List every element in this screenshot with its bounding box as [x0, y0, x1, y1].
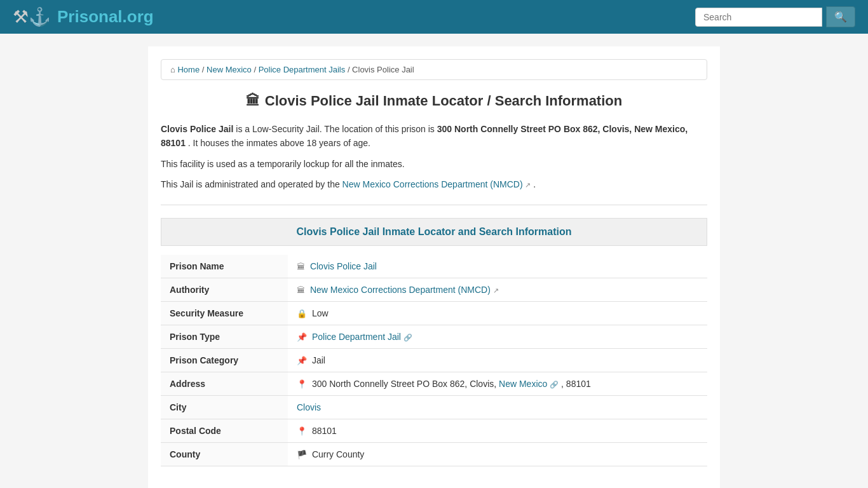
address-state-link[interactable]: New Mexico — [499, 379, 547, 389]
desc-1-pre: is a Low-Security Jail. The location of … — [236, 124, 437, 134]
table-row: Prison Name 🏛 Clovis Police Jail — [161, 255, 707, 278]
breadcrumb-sep-1: / — [202, 65, 207, 74]
search-input[interactable] — [695, 8, 822, 27]
breadcrumb-new-mexico[interactable]: New Mexico — [207, 65, 252, 74]
security-value: Low — [312, 308, 329, 318]
address-post: , 88101 — [561, 379, 591, 389]
authority-link[interactable]: New Mexico Corrections Department (NMCD) — [310, 285, 491, 295]
logo-org: .org — [123, 7, 154, 26]
desc-paragraph-2: This facility is used as a temporarily l… — [161, 157, 707, 171]
label-authority: Authority — [161, 278, 288, 301]
header: ⚒⚓ Prisonal.org 🔍 — [0, 0, 868, 34]
type-icon: 📌 — [297, 332, 307, 342]
page-title: 🏛 Clovis Police Jail Inmate Locator / Se… — [161, 93, 707, 109]
title-icon: 🏛 — [246, 93, 260, 109]
logo-area: ⚒⚓ Prisonal.org — [13, 6, 154, 27]
logo-icon: ⚒⚓ — [13, 6, 51, 27]
table-row: City Clovis — [161, 395, 707, 419]
ext-icon: ↗ — [493, 287, 499, 294]
value-prison-name: 🏛 Clovis Police Jail — [288, 255, 707, 278]
breadcrumb-sep-2: / — [254, 65, 258, 74]
label-prison-name: Prison Name — [161, 255, 288, 278]
logo-prisonal: Prisonal — [57, 7, 123, 26]
label-security: Security Measure — [161, 301, 288, 325]
lock-icon: 🔒 — [297, 309, 307, 318]
postal-value: 88101 — [312, 426, 337, 436]
county-value: Curry County — [312, 449, 364, 459]
value-county: 🏴 Curry County — [288, 442, 707, 466]
category-icon: 📌 — [297, 356, 307, 365]
prison-name-bold: Clovis Police Jail — [161, 124, 233, 134]
prison-name-icon: 🏛 — [297, 262, 305, 271]
logo-text: Prisonal.org — [57, 7, 154, 27]
value-authority: 🏛 New Mexico Corrections Department (NMC… — [288, 278, 707, 301]
value-postal-code: 📍 88101 — [288, 419, 707, 442]
desc-3-post: . — [533, 179, 536, 189]
title-text: Clovis Police Jail Inmate Locator / Sear… — [265, 93, 622, 109]
postal-icon: 📍 — [297, 426, 307, 436]
breadcrumb-police-dept-jails[interactable]: Police Department Jails — [259, 65, 346, 74]
info-table: Prison Name 🏛 Clovis Police Jail Authori… — [161, 255, 707, 466]
table-row: Authority 🏛 New Mexico Corrections Depar… — [161, 278, 707, 301]
ext-icon-type: 🔗 — [403, 334, 412, 341]
table-row: Prison Type 📌 Police Department Jail 🔗 — [161, 325, 707, 348]
city-link[interactable]: Clovis — [297, 402, 321, 412]
description: Clovis Police Jail is a Low-Security Jai… — [161, 122, 707, 192]
authority-icon: 🏛 — [297, 285, 305, 295]
search-button[interactable]: 🔍 — [826, 6, 855, 27]
prison-type-link[interactable]: Police Department Jail — [312, 332, 401, 342]
desc-paragraph-3: This Jail is administrated and operated … — [161, 177, 707, 191]
table-row: Security Measure 🔒 Low — [161, 301, 707, 325]
breadcrumb-current: Clovis Police Jail — [352, 65, 414, 74]
value-prison-category: 📌 Jail — [288, 348, 707, 372]
search-area: 🔍 — [695, 6, 855, 27]
category-value: Jail — [312, 355, 325, 365]
label-postal-code: Postal Code — [161, 419, 288, 442]
table-row: Address 📍 300 North Connelly Street PO B… — [161, 372, 707, 395]
value-address: 📍 300 North Connelly Street PO Box 862, … — [288, 372, 707, 395]
divider — [161, 205, 707, 205]
desc-paragraph-1: Clovis Police Jail is a Low-Security Jai… — [161, 122, 707, 151]
address-ext: 🔗 — [550, 381, 559, 388]
desc-1-post: . It houses the inmates above 18 years o… — [188, 138, 370, 148]
table-row: Prison Category 📌 Jail — [161, 348, 707, 372]
address-pre: 300 North Connelly Street PO Box 862, Cl… — [312, 379, 499, 389]
section-heading: Clovis Police Jail Inmate Locator and Se… — [161, 218, 707, 246]
label-prison-category: Prison Category — [161, 348, 288, 372]
table-row: Postal Code 📍 88101 — [161, 419, 707, 442]
main-content: ⌂ Home / New Mexico / Police Department … — [148, 46, 720, 488]
table-row: County 🏴 Curry County — [161, 442, 707, 466]
nmcd-link[interactable]: New Mexico Corrections Department (NMCD)… — [342, 179, 531, 189]
value-prison-type: 📌 Police Department Jail 🔗 — [288, 325, 707, 348]
desc-3-pre: This Jail is administrated and operated … — [161, 179, 340, 189]
value-security: 🔒 Low — [288, 301, 707, 325]
address-icon: 📍 — [297, 379, 307, 389]
label-county: County — [161, 442, 288, 466]
label-prison-type: Prison Type — [161, 325, 288, 348]
county-icon: 🏴 — [297, 450, 307, 459]
ext-icon: ↗ — [525, 181, 531, 189]
home-icon: ⌂ — [170, 65, 175, 74]
breadcrumb-home[interactable]: Home — [177, 65, 200, 74]
value-city: Clovis — [288, 395, 707, 419]
prison-name-link[interactable]: Clovis Police Jail — [310, 261, 377, 271]
label-address: Address — [161, 372, 288, 395]
breadcrumb: ⌂ Home / New Mexico / Police Department … — [161, 59, 707, 80]
label-city: City — [161, 395, 288, 419]
